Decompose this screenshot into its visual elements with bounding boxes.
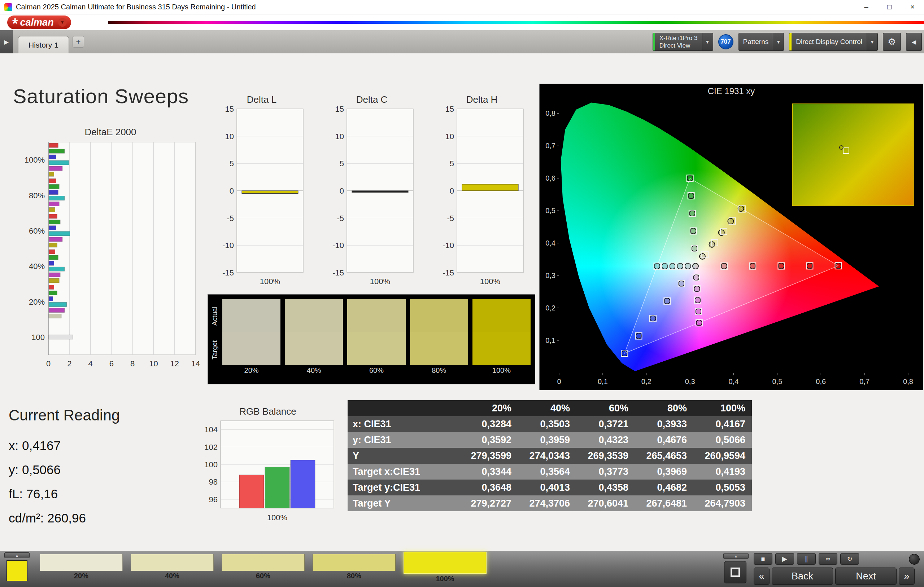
y-tick-label: -10 — [222, 241, 234, 250]
panel-expand-button[interactable]: ▶ — [0, 30, 13, 53]
y-tick-label: 100 — [204, 460, 218, 469]
deltae-bar — [49, 255, 58, 260]
deltae-bar — [49, 291, 57, 295]
deltae-bar — [49, 191, 58, 195]
settings-gear-button[interactable]: ⚙ — [883, 33, 901, 51]
stop-button[interactable]: ■ — [754, 553, 772, 565]
logo-menu-caret-icon[interactable]: ▼ — [58, 18, 67, 27]
patterns-select[interactable]: Patterns ▼ — [739, 33, 784, 51]
cell: 0,3933 — [635, 416, 693, 432]
pattern-swatch — [222, 554, 305, 571]
deltae-bar — [49, 303, 67, 307]
transport-chevron-up-button[interactable]: ▲ — [723, 553, 749, 559]
measured-marker — [696, 320, 702, 326]
table-row: y: CIE310,35920,39590,43230,46760,5066 — [348, 432, 752, 448]
x-axis-label: 100% — [260, 277, 280, 286]
measured-marker — [636, 333, 642, 339]
cell: 0,4358 — [576, 480, 635, 495]
deltae-bar — [49, 184, 59, 189]
table-row: Target x:CIE310,33440,35640,37730,39690,… — [348, 464, 752, 480]
record-indicator-icon[interactable] — [909, 554, 920, 565]
add-tab-button[interactable]: + — [73, 36, 84, 48]
delta-l-plot: -15-10-5051015100% — [216, 106, 307, 288]
pattern-button-80%[interactable]: 80% — [313, 554, 396, 580]
pattern-button-60%[interactable]: 60% — [222, 554, 305, 580]
rgb-balance-plot: 9698100102104100% — [198, 418, 338, 528]
y-tick-label: -5 — [337, 214, 344, 223]
measured-marker — [685, 263, 691, 269]
minimize-button[interactable]: – — [855, 0, 878, 14]
logo-bar: * calman ▼ — [0, 15, 924, 30]
cell: 0,4682 — [635, 480, 693, 495]
reading-y: y: 0,5066 — [9, 463, 120, 477]
deltae-bar — [49, 166, 63, 171]
pattern-button-100%[interactable]: 100% — [404, 554, 487, 584]
rgb-bar — [290, 460, 315, 508]
deltae-bar — [49, 149, 64, 153]
deltae-bar — [49, 160, 69, 165]
deltae-bar — [49, 297, 53, 301]
display-control-dropdown-icon[interactable]: ▼ — [866, 33, 878, 51]
measured-marker — [696, 309, 701, 314]
pause-button[interactable]: ∥ — [797, 553, 816, 565]
patterns-dropdown-icon[interactable]: ▼ — [773, 33, 784, 51]
y-tick-label: -15 — [222, 268, 234, 277]
x-tick-label: 0,7 — [860, 378, 870, 385]
measured-marker — [778, 263, 784, 269]
cell: 0,3284 — [459, 416, 518, 432]
brand-name: calman — [20, 17, 54, 28]
cell: 279,3599 — [459, 448, 518, 464]
swatch-column-20%: 20% — [222, 299, 280, 382]
back-chevron-button[interactable]: « — [754, 567, 769, 585]
current-pattern-swatch — [7, 560, 27, 581]
y-tick-label: 15 — [225, 106, 234, 113]
pattern-button-40%[interactable]: 40% — [131, 554, 214, 580]
meter-select[interactable]: X-Rite i1Pro 3 Direct View ▼ — [653, 33, 713, 51]
deltae-bar — [49, 208, 55, 212]
window-title: Calman 2025 Calman Ultimate for Business… — [16, 3, 256, 11]
x-tick-label: 0 — [557, 378, 561, 385]
next-button[interactable]: Next — [835, 567, 897, 585]
deltae-bar — [49, 232, 70, 236]
x-tick-label: 8 — [130, 359, 135, 368]
x-tick-label: 0,8 — [903, 378, 913, 385]
layout-button[interactable] — [724, 561, 746, 584]
table-header-row: 20%40%60%80%100% — [348, 400, 752, 416]
refresh-button[interactable]: ↻ — [840, 553, 859, 565]
maximize-button[interactable]: □ — [878, 0, 901, 14]
pattern-swatch — [40, 554, 123, 571]
measured-marker — [693, 263, 698, 269]
deltae-2000-chart: DeltaE 2000 02468101214100%80%60%40%20%1… — [20, 125, 201, 378]
current-reading-title: Current Reading — [9, 407, 120, 424]
x-tick-label: 0,2 — [641, 378, 652, 385]
play-button[interactable]: ▶ — [775, 553, 794, 565]
row-label: Y — [348, 448, 459, 464]
display-control-select[interactable]: Direct Display Control ▼ — [789, 33, 878, 51]
cell: 260,9594 — [693, 448, 752, 464]
meter-dropdown-icon[interactable]: ▼ — [702, 33, 713, 51]
measurement-table: 20%40%60%80%100%x: CIE310,32840,35030,37… — [348, 400, 752, 511]
pattern-label: 60% — [222, 571, 305, 580]
meter-count-badge[interactable]: 707 — [718, 34, 733, 49]
x-axis-label: 100% — [267, 513, 287, 522]
cell: 0,3959 — [518, 432, 576, 448]
deltae-bar — [49, 220, 60, 224]
measured-marker — [694, 286, 700, 292]
swatch-column-60%: 60% — [347, 299, 405, 382]
table-corner-cell — [348, 400, 459, 416]
deltae-chart-title: DeltaE 2000 — [20, 125, 201, 138]
next-chevron-button[interactable]: » — [899, 567, 915, 585]
measured-marker — [670, 263, 675, 269]
column-header: 40% — [518, 400, 576, 416]
pattern-swatch — [313, 554, 396, 571]
tab-history-1[interactable]: History 1 — [18, 36, 69, 53]
pattern-button-20%[interactable]: 20% — [40, 554, 123, 580]
pattern-panel-chevron-up-button[interactable]: ▲ — [4, 552, 30, 558]
back-button[interactable]: Back — [772, 567, 833, 585]
calman-logo-button[interactable]: * calman ▼ — [7, 15, 71, 29]
close-button[interactable]: × — [901, 0, 924, 14]
loop-button[interactable]: ∞ — [818, 553, 837, 565]
pattern-label: 20% — [40, 571, 123, 580]
panel-collapse-button[interactable]: ◀ — [906, 33, 922, 51]
row-label: Target y:CIE31 — [348, 480, 459, 495]
